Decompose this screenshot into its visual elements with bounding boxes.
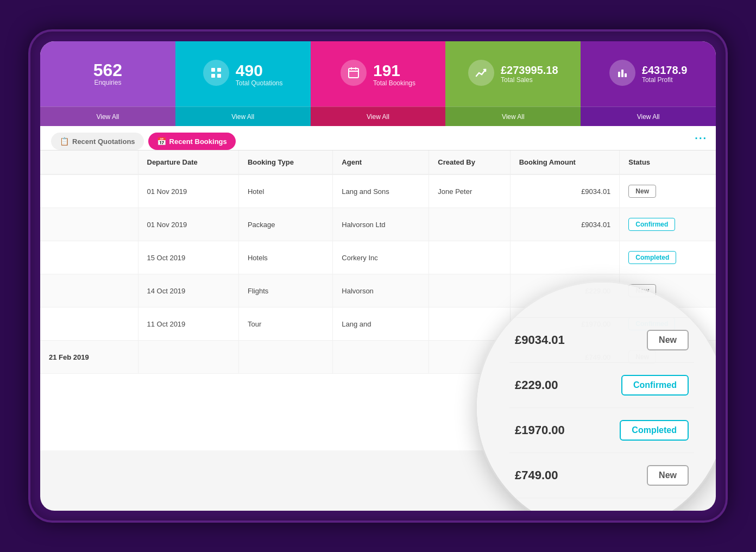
col-header-status: Status xyxy=(620,150,716,174)
view-all-bookings[interactable]: View All xyxy=(311,106,446,126)
svg-rect-1 xyxy=(217,68,221,72)
row3-created xyxy=(429,241,510,274)
svg-rect-4 xyxy=(349,68,358,78)
row2-status: Confirmed xyxy=(620,208,716,241)
bookings-text: 191 Total Bookings xyxy=(373,61,415,87)
calendar-icon xyxy=(347,66,360,79)
tab-recent-bookings[interactable]: 📅 Recent Bookings xyxy=(148,133,236,150)
mag-row-2: £229.00 Confirmed xyxy=(509,363,694,408)
chart-line-icon xyxy=(475,66,488,79)
row5-agent: Lang and xyxy=(333,308,429,341)
screen: 562 Enquiries 490 Total Quotations xyxy=(40,41,716,511)
svg-rect-3 xyxy=(217,74,221,78)
tab-recent-quotations[interactable]: 📋 Recent Quotations xyxy=(51,133,144,150)
view-all-sales[interactable]: View All xyxy=(445,106,581,126)
row2-status-badge: Confirmed xyxy=(628,218,675,231)
bookings-label: Total Bookings xyxy=(373,79,415,87)
stat-card-profit: £43178.9 Total Profit xyxy=(581,41,716,106)
row2-agent: Halvorson Ltd xyxy=(333,208,429,241)
row3-type: Hotels xyxy=(238,241,332,274)
row2-departure: 01 Nov 2019 xyxy=(138,208,238,241)
row4-type: Flights xyxy=(238,274,332,308)
quotations-number: 490 xyxy=(236,61,283,79)
view-all-bar: View All View All View All View All View… xyxy=(40,106,716,126)
stat-card-sales: £273995.18 Total Sales xyxy=(445,41,581,106)
enquiries-number: 562 xyxy=(93,61,122,79)
tab-recent-bookings-label: Recent Bookings xyxy=(169,137,227,146)
row4-created xyxy=(429,274,510,308)
svg-rect-0 xyxy=(211,68,215,72)
mag-badge-4: New xyxy=(647,465,689,486)
grid-icon xyxy=(210,66,223,79)
bookings-number: 191 xyxy=(373,61,415,79)
row5-created xyxy=(429,308,510,341)
sales-text: £273995.18 Total Sales xyxy=(501,64,558,84)
table-row[interactable]: 01 Nov 2019 Hotel Lang and Sons Jone Pet… xyxy=(40,174,716,208)
mag-row-1: £9034.01 New xyxy=(509,317,694,363)
svg-rect-10 xyxy=(625,73,627,77)
row1-name xyxy=(40,174,138,208)
profit-text: £43178.9 Total Profit xyxy=(642,64,687,84)
profit-label: Total Profit xyxy=(642,76,687,84)
svg-rect-2 xyxy=(211,74,215,78)
stats-bar: 562 Enquiries 490 Total Quotations xyxy=(40,41,716,106)
col-header-created: Created By xyxy=(429,150,510,174)
mag-amount-2: £229.00 xyxy=(515,378,558,392)
mag-amount-1: £9034.01 xyxy=(515,333,565,347)
mag-row-3: £1970.00 Completed xyxy=(509,408,694,453)
bar-chart-icon xyxy=(616,66,629,79)
row1-type: Hotel xyxy=(238,174,332,208)
mag-amount-3: £1970.00 xyxy=(515,423,565,437)
view-all-profit[interactable]: View All xyxy=(581,106,716,126)
quotations-label: Total Quotations xyxy=(236,79,283,87)
profit-inner: £43178.9 Total Profit xyxy=(602,47,695,101)
row3-status: Completed xyxy=(620,241,716,274)
row6-type xyxy=(238,341,332,374)
mag-badge-2: Confirmed xyxy=(621,375,689,396)
col-header-departure: Departure Date xyxy=(138,150,238,174)
quotations-text: 490 Total Quotations xyxy=(236,61,283,87)
stat-card-enquiries: 562 Enquiries xyxy=(40,41,175,106)
row4-agent: Halvorson xyxy=(333,274,429,308)
view-all-quotations[interactable]: View All xyxy=(175,106,311,126)
row3-amount xyxy=(510,241,620,274)
tab-recent-quotations-label: Recent Quotations xyxy=(72,137,135,146)
mag-amount-4: £749.00 xyxy=(515,468,558,482)
row3-agent: Corkery Inc xyxy=(333,241,429,274)
sales-inner: £273995.18 Total Sales xyxy=(461,47,566,101)
row1-status-badge: New xyxy=(628,185,656,198)
row3-departure: 15 Oct 2019 xyxy=(138,241,238,274)
row1-agent: Lang and Sons xyxy=(333,174,429,208)
quotations-icon xyxy=(203,60,229,86)
enquiries-label: Enquiries xyxy=(94,79,121,86)
mag-badge-3: Completed xyxy=(620,420,689,441)
row3-name xyxy=(40,241,138,274)
sales-label: Total Sales xyxy=(501,76,558,84)
row4-name xyxy=(40,274,138,308)
profit-number: £43178.9 xyxy=(642,64,687,76)
device-frame: 562 Enquiries 490 Total Quotations xyxy=(30,32,726,520)
row1-status: New xyxy=(620,174,716,208)
row3-status-badge: Completed xyxy=(628,251,676,264)
table-row[interactable]: 01 Nov 2019 Package Halvorson Ltd £9034.… xyxy=(40,208,716,241)
row2-name xyxy=(40,208,138,241)
table-row[interactable]: 15 Oct 2019 Hotels Corkery Inc Completed xyxy=(40,241,716,274)
row1-created: Jone Peter xyxy=(429,174,510,208)
stat-card-quotations: 490 Total Quotations xyxy=(175,41,311,106)
row4-departure: 14 Oct 2019 xyxy=(138,274,238,308)
bookings-icon xyxy=(341,60,367,86)
row5-name xyxy=(40,308,138,341)
tab-area: 📋 Recent Quotations 📅 Recent Bookings ··… xyxy=(40,126,716,150)
row6-agent xyxy=(333,341,429,374)
row1-departure: 01 Nov 2019 xyxy=(138,174,238,208)
more-options-button[interactable]: ··· xyxy=(695,132,707,145)
stat-card-bookings: 191 Total Bookings xyxy=(311,41,446,106)
sales-number: £273995.18 xyxy=(501,64,558,76)
mag-row-4: £749.00 New xyxy=(509,453,694,498)
row1-amount: £9034.01 xyxy=(510,174,620,208)
svg-rect-8 xyxy=(618,72,620,77)
quotations-inner: 490 Total Quotations xyxy=(196,47,291,101)
view-all-enquiries[interactable]: View All xyxy=(40,106,175,126)
quotations-tab-icon: 📋 xyxy=(60,137,69,146)
screen-inner: 562 Enquiries 490 Total Quotations xyxy=(40,41,716,511)
